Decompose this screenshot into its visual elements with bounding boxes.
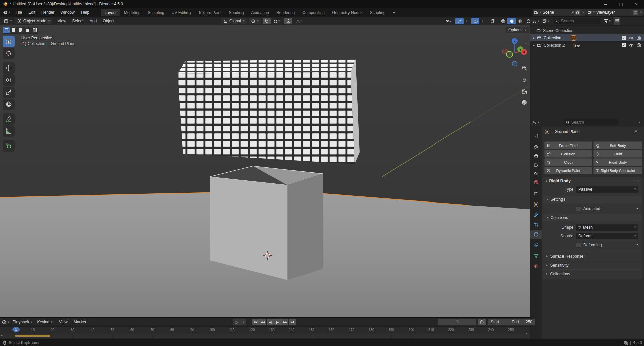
menu-add[interactable]: Add — [87, 19, 100, 23]
pivot-point-selector[interactable]: ∨ — [249, 18, 261, 24]
tab-modifiers[interactable] — [530, 210, 542, 219]
use-preview-range-toggle[interactable] — [478, 319, 486, 325]
playback-menu[interactable]: Playback ∨ — [13, 320, 33, 324]
snap-toggle[interactable] — [263, 18, 271, 24]
tab-collection[interactable] — [530, 189, 542, 198]
cloth-button[interactable]: Cloth — [544, 158, 592, 166]
show-object-types-selector[interactable]: ∨ — [443, 18, 453, 24]
menu-select[interactable]: Select — [69, 19, 87, 23]
timeline-ruler[interactable]: 1 10203040506070809010011012013014015016… — [0, 326, 530, 334]
options-button[interactable]: Options ∨ — [506, 27, 529, 33]
tool-move[interactable] — [3, 62, 15, 74]
tab-constraints[interactable] — [530, 240, 542, 249]
settings-subpanel-header[interactable]: ▾ Settings — [542, 196, 642, 203]
surface-response-section[interactable]: ▸ Surface Response — [542, 252, 642, 261]
menu-edit[interactable]: Edit — [25, 8, 38, 17]
current-frame-field[interactable]: 1 — [438, 319, 476, 325]
shading-material-button[interactable] — [516, 18, 524, 24]
tab-render[interactable] — [530, 143, 542, 152]
editor-type-button[interactable]: ∨ — [532, 120, 540, 125]
tool-cursor[interactable] — [3, 48, 15, 59]
outliner-row-collection[interactable]: ▸ Collection ▽ 2 ✓ — [530, 34, 644, 41]
eye-icon[interactable] — [629, 36, 634, 40]
jump-to-end-button[interactable]: ▶▮ — [289, 319, 296, 325]
outliner-filter-mode[interactable]: ∨ — [542, 19, 550, 23]
tab-texture-paint[interactable]: Texture Paint — [194, 9, 225, 16]
rigid-body-panel-header[interactable]: ▾ Rigid Body :::: — [542, 177, 642, 185]
tab-particles[interactable] — [530, 220, 542, 229]
camera-icon[interactable] — [637, 43, 641, 47]
outliner-row-collection-2[interactable]: ▸ Collection 2 ▽ 13K ✓ — [530, 42, 644, 49]
tab-object-data[interactable] — [530, 251, 542, 260]
tool-rotate[interactable] — [3, 74, 15, 86]
viewport-3d[interactable]: ∨ Object Mode ∨ View Select Add Object G… — [0, 17, 530, 317]
drag-handle[interactable]: :::: — [634, 179, 639, 183]
tab-view-layer[interactable] — [530, 160, 542, 169]
soft-body-button[interactable]: Soft Body — [593, 141, 642, 149]
deforming-checkbox[interactable] — [576, 243, 581, 248]
add-workspace-button[interactable]: + — [389, 9, 399, 16]
select-mode-new[interactable] — [3, 27, 10, 33]
maximize-button[interactable]: □ — [613, 0, 629, 8]
playhead[interactable] — [16, 332, 16, 338]
auto-keying-toggle[interactable]: ○ — [233, 319, 240, 325]
rigid-body-type-dropdown[interactable]: Passive ∨ — [576, 186, 638, 193]
menu-help[interactable]: Help — [78, 8, 92, 17]
tab-layout[interactable]: Layout — [101, 9, 120, 16]
sidebar-collapse-handle[interactable]: ‹ — [525, 41, 527, 46]
select-mode-invert[interactable] — [24, 27, 31, 33]
collision-shape-dropdown[interactable]: ▽ Mesh ∨ — [576, 224, 638, 231]
sensitivity-section[interactable]: ▸ Sensitivity — [542, 261, 642, 269]
play-button[interactable]: ▶ — [274, 319, 281, 325]
tool-add-cube[interactable] — [3, 140, 15, 152]
collisions-subpanel-header[interactable]: ▾ Collisions — [542, 214, 642, 221]
selectable-checkbox[interactable]: ✓ — [622, 43, 626, 47]
zoom-view-button[interactable] — [520, 64, 529, 72]
next-keyframe-button[interactable]: ▶◆ — [281, 319, 288, 325]
tab-material[interactable] — [530, 262, 542, 270]
eye-icon[interactable] — [629, 43, 634, 48]
tool-scale[interactable] — [3, 86, 15, 98]
collections-section[interactable]: ▸ Collections — [542, 269, 642, 278]
scene-selector[interactable]: ∨ Scene × — [533, 9, 586, 16]
remove-view-layer-button[interactable]: × — [639, 10, 643, 15]
disclosure-icon[interactable]: ▸ — [533, 36, 535, 40]
tab-scripting[interactable]: Scripting — [366, 9, 389, 16]
selectable-checkbox[interactable]: ✓ — [622, 36, 626, 40]
timeline-collapse-handle[interactable]: ‹ — [526, 331, 528, 336]
pan-view-button[interactable] — [520, 76, 529, 84]
snap-with-selector[interactable]: ∨ — [271, 18, 282, 24]
editor-type-button[interactable]: ∨ — [2, 320, 9, 324]
tab-animation[interactable]: Animation — [248, 9, 273, 16]
new-scene-button[interactable] — [575, 10, 580, 15]
view-layer-selector[interactable]: ∨ ViewLayer × — [586, 9, 644, 16]
open-box[interactable] — [210, 166, 323, 280]
gizmos-dropdown[interactable]: ∨ — [464, 18, 469, 24]
camera-view-button[interactable] — [520, 87, 529, 96]
tab-world[interactable] — [530, 178, 542, 186]
marker-menu[interactable]: Marker — [71, 320, 89, 324]
menu-window[interactable]: Window — [57, 8, 78, 17]
tab-physics[interactable] — [530, 230, 542, 239]
view-menu[interactable]: View — [56, 320, 71, 324]
keying-menu[interactable]: Keying ∨ — [37, 320, 53, 324]
animate-property-dot[interactable]: • — [636, 206, 638, 211]
play-reverse-button[interactable]: ◀ — [267, 319, 274, 325]
gizmo-axis-neg-z[interactable] — [512, 61, 517, 66]
mode-selector[interactable]: Object Mode ∨ — [15, 18, 52, 24]
tab-scene[interactable] — [530, 169, 542, 178]
tab-shading[interactable]: Shading — [225, 9, 247, 16]
rigid-body-constraint-button[interactable]: Rigid Body Constraint — [593, 167, 642, 174]
tab-output[interactable] — [530, 152, 542, 160]
unlink-scene-button[interactable]: × — [582, 10, 585, 15]
select-mode-subtract[interactable] — [17, 27, 24, 33]
tool-measure[interactable] — [3, 125, 15, 137]
collision-source-dropdown[interactable]: Deform ∨ — [576, 233, 638, 239]
menu-file[interactable]: File — [13, 8, 25, 17]
rigid-body-button[interactable]: × Rigid Body — [593, 158, 642, 166]
ortho-toggle-button[interactable] — [520, 98, 529, 107]
outliner-filter-button[interactable]: ∨ — [604, 19, 611, 23]
minimize-button[interactable]: — — [598, 0, 613, 8]
properties-search-input[interactable]: Search — [564, 119, 618, 125]
animate-property-dot[interactable]: • — [636, 243, 638, 247]
